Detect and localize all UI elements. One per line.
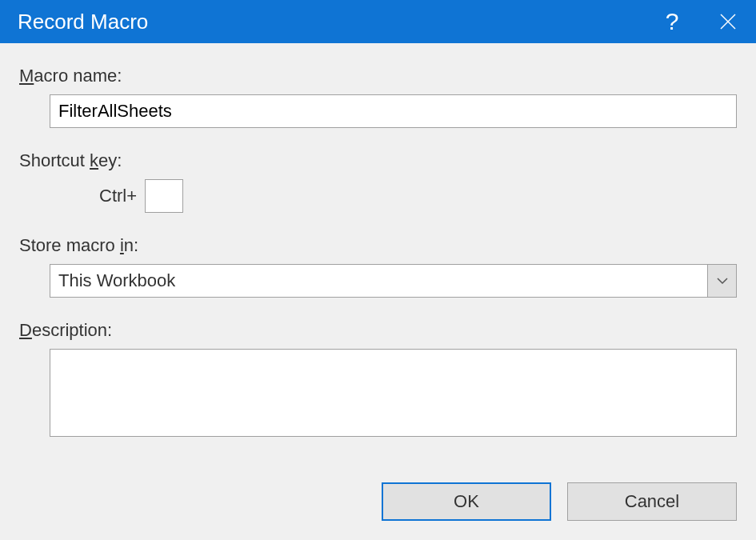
store-macro-select[interactable]: This Workbook	[50, 264, 737, 298]
shortcut-key-section: Shortcut key: Ctrl+	[19, 150, 737, 213]
store-macro-section: Store macro in: This Workbook	[19, 235, 737, 298]
shortcut-row: Ctrl+	[99, 179, 737, 213]
store-macro-label: Store macro in:	[19, 235, 737, 256]
macro-name-section: Macro name:	[19, 66, 737, 128]
dialog-content: Macro name: Shortcut key: Ctrl+ Store ma…	[0, 43, 756, 482]
store-macro-select-wrap: This Workbook	[50, 264, 737, 298]
shortcut-key-label: Shortcut key:	[19, 150, 737, 171]
chevron-down-icon	[717, 277, 728, 285]
dialog-title: Record Macro	[18, 10, 644, 34]
ok-button[interactable]: OK	[382, 482, 551, 521]
macro-name-label: Macro name:	[19, 66, 737, 86]
description-section: Description:	[19, 320, 737, 442]
dialog-button-row: OK Cancel	[0, 482, 756, 540]
macro-name-input-wrap	[50, 94, 737, 128]
help-icon: ?	[666, 8, 679, 35]
description-label: Description:	[19, 320, 737, 341]
titlebar-buttons: ?	[644, 0, 756, 43]
dropdown-arrow-button[interactable]	[707, 265, 736, 297]
help-button[interactable]: ?	[644, 0, 700, 43]
cancel-button[interactable]: Cancel	[567, 482, 737, 521]
titlebar: Record Macro ?	[0, 0, 756, 43]
shortcut-key-input[interactable]	[145, 179, 183, 213]
shortcut-prefix: Ctrl+	[99, 186, 137, 206]
close-icon	[719, 13, 737, 30]
description-textarea[interactable]	[50, 349, 737, 437]
close-button[interactable]	[700, 0, 756, 43]
store-macro-selected-value: This Workbook	[58, 270, 175, 291]
record-macro-dialog: Record Macro ? Macro name: Sho	[0, 0, 756, 540]
macro-name-input[interactable]	[50, 94, 737, 128]
